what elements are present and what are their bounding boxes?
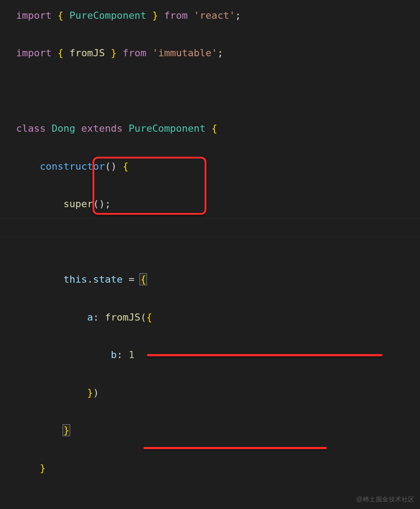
number-1: 1	[129, 349, 134, 360]
code-line: })	[16, 384, 420, 402]
watermark: @稀土掘金技术社区	[356, 493, 415, 505]
identifier-state: state	[93, 274, 122, 285]
keyword-import: import	[16, 47, 51, 58]
keyword-this: this	[63, 274, 87, 285]
keyword-extends: extends	[81, 123, 123, 134]
code-line: constructor() {	[16, 157, 420, 176]
code-editor[interactable]: import { PureComponent } from 'react'; i…	[16, 6, 420, 509]
identifier-fromjs: fromJS	[69, 47, 105, 58]
class-name-dong: Dong	[51, 123, 75, 134]
string-react: 'react'	[193, 10, 235, 21]
matched-brace: {	[139, 273, 147, 285]
keyword-class: class	[16, 123, 46, 134]
code-line: this.state = {	[16, 270, 420, 289]
call-fromjs: fromJS	[105, 312, 140, 323]
method-constructor: constructor	[40, 161, 105, 172]
code-line: import { fromJS } from 'immutable';	[16, 44, 420, 63]
code-line: }	[16, 421, 420, 440]
code-line	[16, 233, 420, 251]
class-name-purecomponent: PureComponent	[129, 123, 206, 134]
identifier-purecomponent: PureComponent	[69, 10, 146, 21]
code-line: a: fromJS({	[16, 308, 420, 327]
property-b: b	[111, 349, 117, 360]
keyword-from: from	[122, 47, 146, 58]
call-super: super	[63, 198, 93, 209]
code-line: b: 1	[16, 346, 420, 364]
keyword-import: import	[16, 10, 51, 21]
code-line: super();	[16, 195, 420, 213]
property-a: a	[87, 312, 93, 323]
string-immutable: 'immutable'	[152, 47, 218, 58]
matched-brace: }	[63, 424, 70, 436]
code-line: class Dong extends PureComponent {	[16, 119, 420, 138]
keyword-from: from	[164, 10, 188, 21]
code-line: import { PureComponent } from 'react';	[16, 6, 420, 25]
code-line: }	[16, 459, 420, 478]
code-line	[16, 82, 420, 100]
